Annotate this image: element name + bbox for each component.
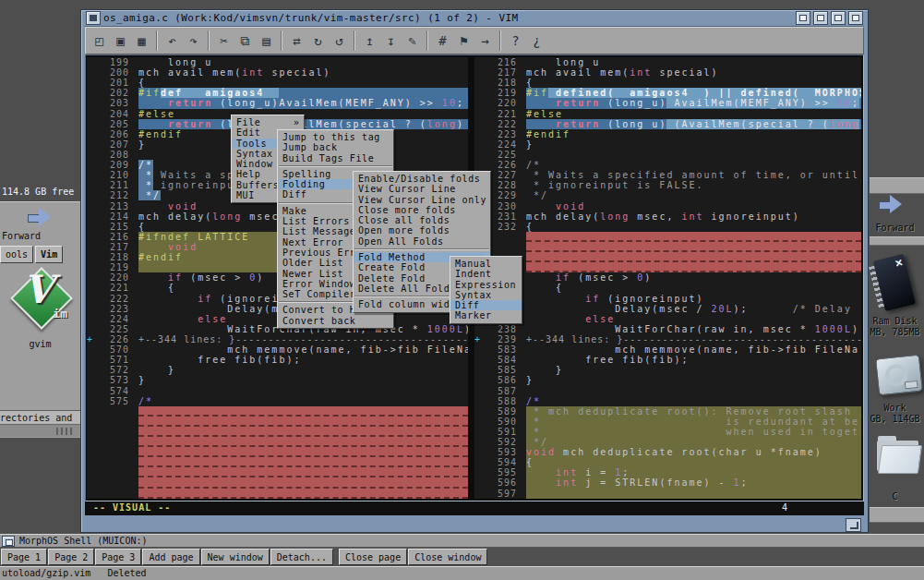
find-replace-icon: ⇄ [293, 33, 300, 48]
build-tags-button[interactable]: ⚑ [453, 30, 474, 51]
code-line: 573} [87, 375, 468, 385]
fold-plus-icon[interactable]: + [474, 334, 483, 344]
fold-column [474, 489, 483, 499]
code-line: 232{ [474, 222, 861, 232]
iconify-gadget-icon[interactable] [796, 11, 810, 25]
work-info: GB, 114GB [866, 414, 924, 424]
fold-column [87, 109, 95, 119]
menu-item-indent[interactable]: Indent [450, 269, 522, 279]
save-all-button[interactable]: ▦ [131, 30, 152, 51]
copy-icon: ⧉ [241, 33, 250, 49]
close-gadget-icon[interactable] [86, 11, 101, 25]
run-script-button[interactable]: ✎ [402, 30, 423, 51]
find-prev-button[interactable]: ↺ [329, 30, 350, 51]
shell-button-page-1[interactable]: Page 1 [1, 549, 47, 565]
work-disk-icon[interactable] [875, 355, 923, 396]
code-line: 225 [474, 150, 861, 160]
line-number [95, 427, 138, 437]
menu-item-convert-back[interactable]: Convert back [278, 316, 393, 326]
fold-column [474, 477, 483, 488]
line-number: 572 [95, 365, 138, 375]
menu-item-diff[interactable]: Diff [450, 300, 522, 310]
save-session-button[interactable]: ↧ [380, 30, 402, 51]
find-next-button[interactable]: ↻ [307, 30, 329, 51]
horizontal-scrollbar[interactable] [0, 424, 80, 437]
menu-item-enable-disable-folds[interactable]: Enable/Disable folds [354, 174, 490, 184]
menu-item-close-more-folds[interactable]: Close more folds [354, 205, 490, 215]
menu-item-marker[interactable]: Marker [450, 310, 522, 320]
fold-column [474, 457, 483, 467]
menu-item-close-all-folds[interactable]: Close all folds [354, 215, 490, 225]
tools-button[interactable]: ools [0, 246, 33, 263]
shade-gadget-icon[interactable] [813, 11, 828, 25]
shell-button-new-window[interactable]: New window [201, 549, 270, 565]
cut-button[interactable]: ✂ [213, 30, 234, 51]
paste-icon: ▤ [262, 33, 270, 48]
fold-column [474, 396, 483, 406]
shell-button-detach[interactable]: Detach... [270, 549, 333, 565]
shell-button-page-2[interactable]: Page 2 [48, 549, 94, 565]
code-line: 585 } [474, 365, 861, 375]
menu-item-open-more-folds[interactable]: Open more folds [354, 225, 490, 236]
paste-button[interactable]: ▤ [256, 30, 277, 51]
shell-button-close-window[interactable]: Close window [408, 549, 487, 565]
find-help-button[interactable]: ¿ [526, 30, 547, 51]
code-line: 595 int i = 1; [474, 467, 861, 477]
depth-gadget-icon[interactable] [848, 11, 863, 25]
tag-jump-button[interactable]: → [474, 30, 496, 51]
line-number: 209 [95, 160, 138, 170]
make-button[interactable]: # [432, 30, 453, 51]
line-number: 589 [483, 406, 526, 417]
shell-close-gadget-icon[interactable] [2, 536, 15, 547]
line-number: 597 [483, 489, 526, 499]
fold-column [474, 386, 483, 396]
shell-button-add-page[interactable]: Add page [142, 549, 199, 565]
forward-icon[interactable] [26, 207, 54, 227]
redo-button[interactable]: ↷ [183, 30, 204, 51]
menu-item-jump-to-this-tag[interactable]: Jump to this tag [278, 132, 393, 142]
load-session-button[interactable]: ↥ [359, 30, 380, 51]
fold-column [87, 190, 95, 200]
shell-title-bar[interactable]: MorphOS Shell (MUICON:) [0, 534, 924, 548]
find-replace-button[interactable]: ⇄ [286, 30, 307, 51]
fold-column [87, 272, 95, 283]
line-number: 219 [483, 88, 526, 98]
forward-desktop-icon[interactable] [877, 194, 905, 214]
undo-button[interactable]: ↶ [162, 30, 183, 51]
menu-item-expression[interactable]: Expression [450, 280, 522, 290]
open-button[interactable]: ◰ [89, 30, 110, 51]
line-number: 223 [483, 129, 526, 139]
zoom-gadget-icon[interactable] [831, 11, 846, 25]
line-number: 226 [483, 160, 526, 170]
help-button[interactable]: ? [505, 30, 526, 51]
find-next-icon: ↻ [314, 33, 321, 48]
copy-button[interactable]: ⧉ [234, 30, 256, 51]
ruler-value: 4 [782, 502, 787, 513]
menu-item-syntax[interactable]: Syntax [450, 290, 522, 300]
save-button[interactable]: ▣ [110, 30, 131, 51]
menu-item-manual[interactable]: Manual [450, 259, 522, 269]
title-bar[interactable]: os_amiga.c (Work:Kod/vimsvn/trunk/vim-ma… [85, 10, 864, 27]
menu-item-view-cursor-line-only[interactable]: View Cursor Line only [354, 195, 490, 205]
gvim-icon[interactable]: Vim [12, 267, 69, 328]
file-manager-panel: Forward ools Vim Vim gvim rectories and [0, 201, 80, 438]
right-code-pane[interactable]: 216 long_u217mch_avail_mem(int special)2… [474, 57, 861, 499]
help-icon: ? [511, 33, 519, 48]
c-folder-icon[interactable] [877, 436, 919, 473]
vim-button[interactable]: Vim [35, 246, 63, 263]
ram-disk-icon[interactable] [873, 254, 917, 312]
menu-item-build-tags-file[interactable]: Build Tags File [278, 153, 393, 163]
shell-button-close-page[interactable]: Close page [339, 549, 407, 565]
menu-item-jump-back[interactable]: Jump back [278, 142, 393, 152]
menu-item-file[interactable]: File» [232, 117, 304, 127]
code-line: 203 return (long_u)AvailMem(MEMF_ANY) >>… [87, 98, 468, 108]
line-number: 207 [95, 139, 138, 150]
menu-item-view-cursor-line[interactable]: View Cursor Line [354, 184, 490, 194]
shell-button-page-3[interactable]: Page 3 [95, 549, 141, 565]
gvim-label: gvim [0, 339, 80, 349]
line-number: 587 [483, 386, 526, 396]
fold-column [87, 119, 95, 129]
menu-item-open-all-folds[interactable]: Open All Folds [354, 236, 490, 247]
fold-plus-icon[interactable]: + [87, 334, 95, 344]
resize-gadget-icon[interactable] [846, 518, 861, 532]
